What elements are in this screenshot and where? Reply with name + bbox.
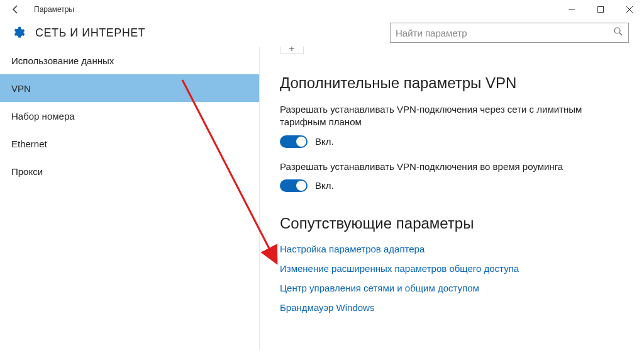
titlebar: Параметры <box>0 0 644 19</box>
header: СЕТЬ И ИНТЕРНЕТ <box>0 19 644 47</box>
search-icon <box>613 26 623 39</box>
close-button[interactable] <box>615 0 644 19</box>
sidebar-item-label: Прокси <box>11 166 43 177</box>
link-label: Настройка параметров адаптера <box>280 244 425 254</box>
setting-label: Разрешать устанавливать VPN-подключения … <box>280 103 607 129</box>
svg-point-4 <box>614 28 620 33</box>
sidebar-item-proxy[interactable]: Прокси <box>0 157 259 185</box>
link-label: Брандмауэр Windows <box>280 302 374 313</box>
sidebar-item-label: Ethernet <box>11 138 47 149</box>
link-advanced-sharing[interactable]: Изменение расширенных параметров общего … <box>280 263 629 274</box>
sidebar-item-data-usage[interactable]: Использование данных <box>0 47 259 74</box>
toggle-state: Вкл. <box>315 136 334 147</box>
add-vpn-button[interactable]: + <box>280 47 304 54</box>
toggle-vpn-roaming[interactable] <box>280 179 308 192</box>
link-firewall[interactable]: Брандмауэр Windows <box>280 302 629 313</box>
svg-line-5 <box>619 33 622 35</box>
minimize-button[interactable] <box>557 0 586 19</box>
window-title: Параметры <box>34 5 74 14</box>
link-network-center[interactable]: Центр управления сетями и общим доступом <box>280 283 629 293</box>
toggle-state: Вкл. <box>315 180 334 191</box>
setting-vpn-metered: Разрешать устанавливать VPN-подключения … <box>280 103 629 148</box>
maximize-button[interactable] <box>586 0 615 19</box>
gear-icon <box>11 26 25 40</box>
section-title-advanced: Дополнительные параметры VPN <box>280 74 629 92</box>
back-button[interactable] <box>6 0 25 19</box>
svg-rect-1 <box>598 7 604 13</box>
sidebar: Использование данных VPN Набор номера Et… <box>0 47 259 350</box>
main-content: + Дополнительные параметры VPN Разрешать… <box>259 47 644 350</box>
setting-label: Разрешать устанавливать VPN-подключения … <box>280 161 607 173</box>
sidebar-item-vpn[interactable]: VPN <box>0 74 259 102</box>
sidebar-item-ethernet[interactable]: Ethernet <box>0 130 259 157</box>
sidebar-item-label: Использование данных <box>11 55 114 66</box>
link-adapter-settings[interactable]: Настройка параметров адаптера <box>280 244 629 254</box>
search-box[interactable] <box>390 23 629 43</box>
window-controls <box>557 0 644 19</box>
link-label: Центр управления сетями и общим доступом <box>280 283 479 293</box>
section-title-related: Сопутствующие параметры <box>280 215 629 232</box>
setting-vpn-roaming: Разрешать устанавливать VPN-подключения … <box>280 161 629 192</box>
sidebar-item-dialup[interactable]: Набор номера <box>0 102 259 130</box>
sidebar-item-label: VPN <box>11 83 31 94</box>
link-label: Изменение расширенных параметров общего … <box>280 263 519 274</box>
search-input[interactable] <box>396 28 613 38</box>
page-title: СЕТЬ И ИНТЕРНЕТ <box>35 26 145 40</box>
sidebar-item-label: Набор номера <box>11 111 75 121</box>
toggle-vpn-metered[interactable] <box>280 135 308 148</box>
